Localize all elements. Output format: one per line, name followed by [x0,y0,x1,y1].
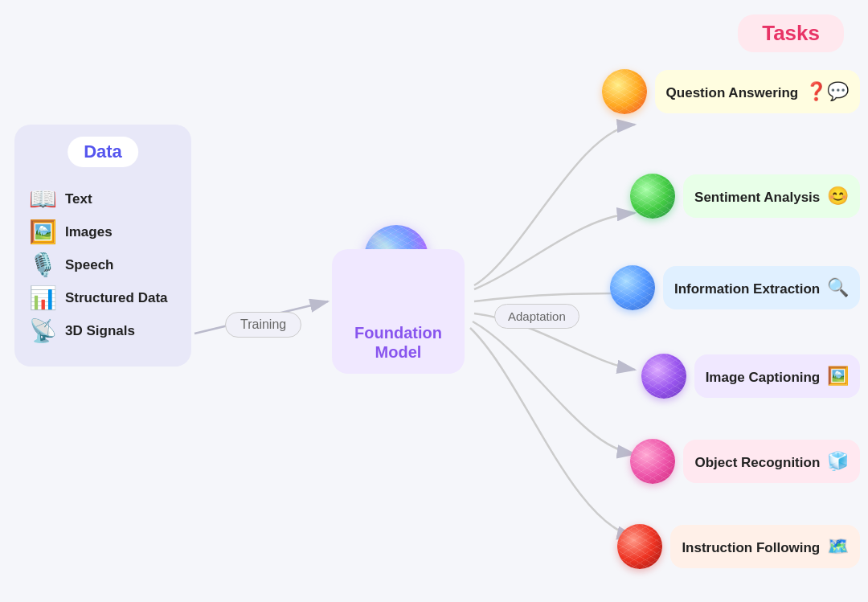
label-sa: Sentiment Analysis 😊 [694,186,849,207]
label-if: Instruction Following 🗺️ [682,536,849,557]
task-or: Object Recognition 🧊 [630,439,860,484]
foundation-model-box: FoundationModel [332,249,465,374]
card-ic: Image Captioning 🖼️ [694,354,860,398]
tasks-title: Tasks [762,21,820,45]
3d-icon: 📡 [27,317,59,344]
sphere-ie [610,265,655,310]
task-sa: Sentiment Analysis 😊 [630,174,860,219]
task-ie: Information Extraction 🔍 [610,265,860,310]
data-item-images: 🖼️ Images [27,219,179,245]
images-icon: 🖼️ [27,219,59,245]
data-item-3d: 📡 3D Signals [27,317,179,344]
card-ie: Information Extraction 🔍 [663,266,860,309]
data-title: Data [84,141,122,162]
3d-label: 3D Signals [65,323,135,339]
card-sa: Sentiment Analysis 😊 [683,174,860,218]
task-qa: Question Answering ❓💬 [602,69,860,114]
data-panel: Data 📖 Text 🖼️ Images 🎙️ Speech 📊 Struct… [14,125,191,367]
speech-label: Speech [65,257,113,273]
sphere-ic [641,354,686,399]
task-if: Instruction Following 🗺️ [617,524,860,569]
training-label: Training [225,312,301,338]
sphere-or [630,439,675,484]
data-item-speech: 🎙️ Speech [27,252,179,278]
label-qa: Question Answering ❓💬 [666,81,849,102]
card-if: Instruction Following 🗺️ [670,525,860,568]
card-or: Object Recognition 🧊 [683,440,860,483]
adaptation-label: Adaptation [494,304,579,329]
foundation-model-title: FoundationModel [354,323,442,362]
task-ic: Image Captioning 🖼️ [641,354,860,399]
text-label: Text [65,191,92,207]
speech-icon: 🎙️ [27,252,59,278]
data-item-structured: 📊 Structured Data [27,285,179,311]
card-qa: Question Answering ❓💬 [655,70,860,113]
structured-label: Structured Data [65,290,168,306]
data-item-text: 📖 Text [27,186,179,212]
structured-icon: 📊 [27,285,59,311]
sphere-sa [630,174,675,219]
text-icon: 📖 [27,186,59,212]
sphere-if [617,524,662,569]
sphere-qa [602,69,647,114]
data-title-box: Data [68,137,138,167]
tasks-title-box: Tasks [738,14,844,52]
label-or: Object Recognition 🧊 [694,451,849,472]
label-ie: Information Extraction 🔍 [674,277,849,298]
label-ic: Image Captioning 🖼️ [706,366,849,387]
images-label: Images [65,224,113,240]
